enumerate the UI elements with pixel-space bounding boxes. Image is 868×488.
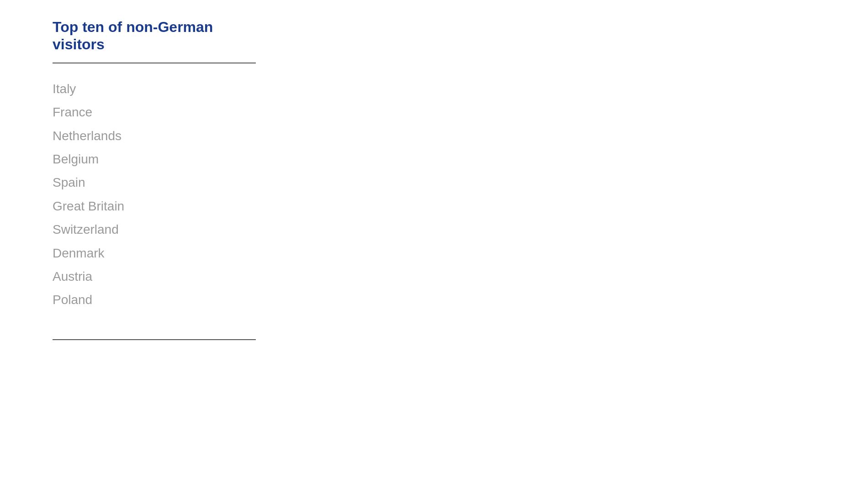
bottom-divider — [53, 339, 256, 340]
list-item: Switzerland — [53, 218, 815, 241]
list-item: Belgium — [53, 147, 815, 171]
page-title: Top ten of non-German visitors — [53, 18, 258, 53]
top-divider — [53, 63, 256, 63]
list-item: Netherlands — [53, 124, 815, 147]
list-item: France — [53, 100, 815, 124]
list-item: Poland — [53, 288, 815, 311]
list-item: Great Britain — [53, 194, 815, 218]
list-item: Spain — [53, 171, 815, 194]
country-list: ItalyFranceNetherlandsBelgiumSpainGreat … — [53, 77, 815, 312]
list-item: Austria — [53, 265, 815, 288]
main-container: Top ten of non-German visitors ItalyFran… — [0, 0, 868, 358]
list-item: Denmark — [53, 241, 815, 265]
list-item: Italy — [53, 77, 815, 100]
